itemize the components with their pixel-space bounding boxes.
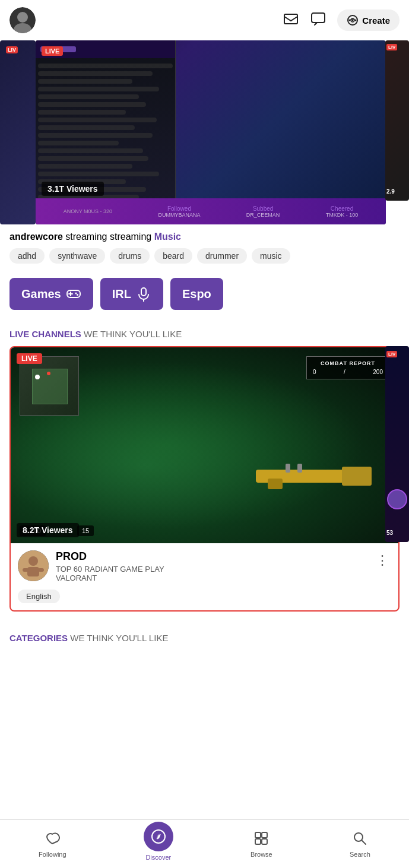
channel-details: PROD TOP 60 RADIANT GAME PLAYVALORANT [56, 550, 366, 582]
stream-left-peek[interactable]: LIV [0, 40, 36, 224]
stream-bottom-bar: ANONY M0US - 320 Followed DUMMYBANANA Su… [36, 198, 386, 224]
stream-right-peek[interactable]: LIV 2.9 [385, 40, 409, 201]
tag-synthwave[interactable]: synthwave [49, 248, 105, 264]
browse-label: Browse [251, 851, 272, 858]
live-channels-section: LIVE CHANNELS WE THINK YOU'LL LIKE [0, 319, 409, 628]
svg-point-20 [75, 293, 77, 294]
side-channel-live: LIV [386, 351, 397, 357]
language-badge[interactable]: English [18, 590, 60, 603]
svg-point-30 [28, 556, 38, 566]
stream-thumbnail[interactable]: REQUESTS E-KIT EXPANSIONS LIVE 3.1T View… [36, 40, 386, 224]
svg-point-5 [355, 20, 357, 21]
stream-title: andrewcore streaming streaming Music [9, 232, 400, 242]
svg-rect-1 [312, 13, 325, 23]
channel-thumbnail[interactable]: COMBAT REPORT 0/200 × 100 15 LIVE 8.2T V… [11, 347, 398, 543]
categories-suffix: WE THINK YOU'LL LIKE [70, 633, 168, 643]
esports-label: Espo [182, 287, 211, 301]
svg-rect-27 [286, 464, 290, 473]
header-actions: Create [283, 9, 400, 31]
streamer-name: ANONY M0US - 320 [64, 208, 112, 214]
channel-lang: English [11, 590, 398, 610]
mic-icon [136, 286, 151, 302]
channel-name: PROD [56, 550, 366, 563]
irl-button[interactable]: IRL [100, 278, 163, 310]
discover-label: Discover [145, 854, 171, 861]
tag-beard[interactable]: beard [154, 248, 192, 264]
create-label: Create [362, 15, 390, 26]
viewers-badge: 3.1T Viewers [42, 182, 104, 196]
live-channels-label: LIVE CHANNELS [9, 329, 81, 339]
esports-button[interactable]: Espo [170, 278, 223, 310]
nav-discover[interactable]: Discover [134, 823, 183, 866]
games-button[interactable]: Games [9, 278, 93, 310]
discover-icon-bg [144, 822, 173, 851]
channel-card[interactable]: COMBAT REPORT 0/200 × 100 15 LIVE 8.2T V… [9, 346, 400, 612]
streaming-separator: streaming [110, 232, 154, 242]
svg-rect-35 [255, 832, 261, 838]
tag-drums[interactable]: drums [110, 248, 150, 264]
tag-music[interactable]: music [252, 248, 290, 264]
tag-adhd[interactable]: adhd [9, 248, 45, 264]
app-header: Create [0, 0, 409, 40]
create-button[interactable]: Create [337, 9, 400, 31]
svg-rect-36 [262, 832, 267, 838]
live-badge: LIVE [42, 46, 63, 56]
main-stream[interactable]: REQUESTS E-KIT EXPANSIONS LIVE 3.1T View… [36, 40, 386, 224]
browse-icon [253, 831, 269, 848]
side-channel-avatar [387, 489, 407, 509]
svg-rect-38 [262, 839, 267, 844]
channel-viewers-badge: 8.2T Viewers [17, 523, 79, 537]
inbox-icon[interactable] [283, 11, 299, 30]
combat-hud: COMBAT REPORT 0/200 [306, 356, 389, 379]
channel-card-wrapper: COMBAT REPORT 0/200 × 100 15 LIVE 8.2T V… [0, 346, 409, 612]
svg-point-21 [77, 294, 78, 296]
live-channels-suffix: WE THINK YOU'LL LIKE [84, 329, 182, 339]
categories-label: CATEGORIES [9, 633, 68, 643]
channel-info: PROD TOP 60 RADIANT GAME PLAYVALORANT ⋮ [11, 543, 398, 590]
chat-panel [36, 40, 176, 224]
nav-search[interactable]: Search [340, 826, 380, 863]
channel-avatar[interactable] [18, 550, 49, 581]
bottom-nav: Following Discover Browse [0, 819, 409, 868]
svg-line-40 [362, 840, 366, 844]
search-icon [352, 831, 367, 848]
chat-icon[interactable] [310, 11, 326, 30]
category-buttons: Games IRL Espo [0, 278, 409, 319]
weapon [250, 458, 381, 496]
compass-icon [151, 829, 166, 844]
side-live-badge: LIV [386, 44, 397, 50]
user-avatar[interactable] [9, 7, 36, 33]
svg-rect-33 [38, 568, 44, 572]
channel-live-badge: LIVE [17, 353, 42, 364]
tags-row: adhd synthwave drums beard drummer music [9, 248, 400, 264]
categories-header: CATEGORIES WE THINK YOU'LL LIKE [9, 633, 400, 648]
channel-game: TOP 60 RADIANT GAME PLAYVALORANT [56, 565, 366, 582]
side-channel-viewers: 53 [386, 530, 393, 536]
side-channel-peek[interactable]: LIV 53 [385, 346, 409, 542]
followed-item: Followed DUMMYBANANA [158, 205, 200, 218]
svg-point-3 [349, 20, 351, 21]
streamer-name-text: andrewcore [9, 232, 63, 242]
streaming-text: streaming [65, 232, 107, 242]
channel-more-button[interactable]: ⋮ [373, 550, 391, 571]
stream-carousel: LIV [0, 40, 409, 224]
svg-rect-22 [141, 288, 146, 296]
svg-point-4 [352, 20, 354, 21]
stream-info: andrewcore streaming streaming Music adh… [0, 224, 409, 278]
gamepad-icon [66, 286, 81, 302]
channel-game-text: TOP 60 RADIANT GAME PLAYVALORANT [56, 565, 164, 582]
nav-browse[interactable]: Browse [241, 826, 282, 863]
heart-icon [45, 831, 60, 848]
irl-label: IRL [112, 287, 131, 301]
live-channels-header: LIVE CHANNELS WE THINK YOU'LL LIKE [0, 319, 409, 346]
svg-rect-0 [284, 14, 297, 24]
nav-following[interactable]: Following [29, 826, 75, 863]
subbed-item: Subbed DR_CEEMAN [246, 205, 280, 218]
tag-drummer[interactable]: drummer [197, 248, 247, 264]
svg-rect-28 [297, 464, 302, 473]
search-label: Search [350, 851, 370, 858]
following-label: Following [39, 851, 66, 858]
cheered-item: Cheered TMKDK - 100 [326, 205, 359, 218]
svg-rect-37 [255, 839, 261, 844]
games-label: Games [21, 287, 61, 301]
